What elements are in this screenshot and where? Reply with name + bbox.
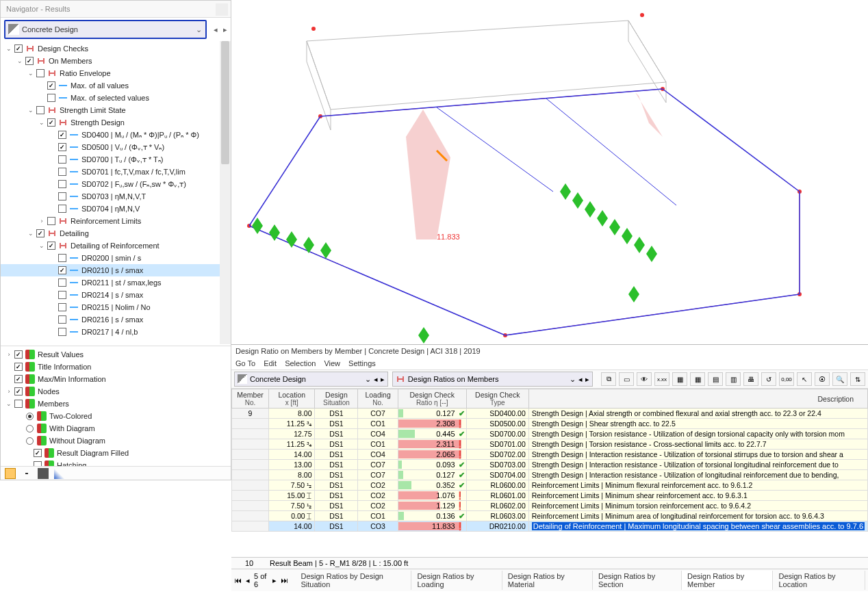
checkbox[interactable] (58, 303, 66, 311)
checkbox[interactable] (47, 217, 55, 225)
tree-node[interactable]: ⌄On Members (1, 55, 231, 67)
checkbox[interactable] (47, 81, 55, 90)
checkbox[interactable] (58, 315, 66, 324)
tree-scrollbar[interactable] (220, 41, 231, 344)
tool-icon-1[interactable] (5, 468, 16, 479)
tab-5[interactable]: Design Ratios by Location (773, 571, 865, 590)
col-ratio[interactable]: Design CheckRatio η [--] (398, 389, 466, 409)
tree-node[interactable]: Max. of all values (1, 79, 231, 92)
pointer-icon[interactable]: ↖ (797, 372, 812, 386)
display-options-tree[interactable]: ›Result ValuesTitle InformationMax/Min I… (1, 346, 231, 466)
table-row[interactable]: 14.00DS1CO311.833❗DR0210.00Detailing of … (232, 521, 868, 532)
expand-icon[interactable]: ⌄ (38, 119, 46, 126)
checkbox[interactable] (58, 254, 66, 262)
label-icon[interactable]: x.xx (654, 372, 669, 386)
checkbox[interactable] (14, 44, 23, 53)
checkbox[interactable] (14, 400, 23, 408)
next-button[interactable]: ▸ (381, 375, 385, 384)
checkbox[interactable] (47, 94, 55, 102)
expand-icon[interactable]: ⌄ (16, 57, 24, 64)
checkbox[interactable] (58, 180, 66, 188)
nav-next-button[interactable]: ▸ (221, 25, 229, 34)
checkbox[interactable] (25, 57, 34, 65)
last-button[interactable]: ⏭ (281, 576, 288, 584)
option-node[interactable]: ›Result Values (1, 348, 231, 361)
table-row[interactable]: 14.00DS1CO42.065❗SD0702.00Strength Desig… (232, 450, 868, 460)
checkbox[interactable] (47, 118, 55, 127)
tree-node[interactable]: DR0200 | smin / s (1, 252, 231, 264)
option-node[interactable]: ⌄Members (1, 398, 231, 410)
option-node[interactable]: Title Information (1, 361, 231, 373)
checkbox[interactable] (14, 375, 23, 383)
tree-node[interactable]: SD0400 | Mᵤ / (Mₙ * Φ)|Pᵤ / (Pₙ * Φ) (1, 129, 231, 141)
checkbox[interactable] (58, 143, 66, 151)
tree-node[interactable]: DR0214 | s / smax (1, 289, 231, 301)
checkbox[interactable] (58, 291, 66, 299)
checkbox[interactable] (58, 205, 66, 213)
col-situation[interactable]: DesignSituation (315, 389, 358, 409)
next-button[interactable]: ▸ (272, 576, 277, 585)
checkbox[interactable] (58, 328, 66, 336)
menu-view[interactable]: View (324, 359, 340, 367)
curve-icon[interactable] (54, 468, 65, 479)
toolbar-category-dropdown[interactable]: Concrete Design ⌄ ◂ ▸ (234, 372, 388, 387)
menu-go-to[interactable]: Go To (235, 359, 255, 367)
table-row[interactable]: 7.50 ¹₂DS1CO20.352✔RL0600.00Reinforcemen… (232, 480, 868, 491)
tree-node[interactable]: DR0216 | s / smax (1, 313, 231, 326)
tree-node[interactable]: SD0702 | Fᵤ,sw / (Fₙ,sw * Φᵥ,ᴛ) (1, 178, 231, 190)
camera-icon[interactable] (38, 468, 49, 479)
table-row[interactable]: 13.00DS1CO70.093✔SD0703.00Strength Desig… (232, 460, 868, 470)
menu-settings[interactable]: Settings (348, 359, 376, 367)
toolbar-view-dropdown[interactable]: Design Ratios on Members ⌄ ◂ ▸ (392, 372, 593, 387)
menu-edit[interactable]: Edit (264, 359, 277, 367)
table-row[interactable]: 98.00DS1CO70.127✔SD0400.00Strength Desig… (232, 409, 868, 419)
tree-node[interactable]: ⌄Strength Limit State (1, 104, 231, 116)
next-button[interactable]: ▸ (585, 375, 589, 384)
navigator-close-button[interactable] (216, 3, 228, 16)
radio[interactable] (26, 413, 34, 420)
option-node[interactable]: Without Diagram (1, 435, 231, 447)
checkbox[interactable] (36, 69, 44, 77)
checkbox[interactable] (58, 278, 66, 287)
radio[interactable] (26, 437, 34, 445)
reset-icon[interactable]: ↺ (761, 372, 776, 386)
expand-icon[interactable]: › (38, 218, 46, 224)
table-row[interactable]: 7.50 ¹₂DS1CO21.129❗RL0602.00Reinforcemen… (232, 501, 868, 511)
checkbox[interactable] (34, 461, 42, 466)
tree-node[interactable]: Max. of selected values (1, 92, 231, 104)
checkbox[interactable] (58, 155, 66, 164)
search-icon[interactable]: 🔍 (832, 372, 847, 386)
tab-3[interactable]: Design Ratios by Section (593, 571, 682, 590)
checkbox[interactable] (58, 168, 66, 176)
expand-icon[interactable]: ⌄ (5, 400, 13, 407)
tree-node[interactable]: DR0210 | s / smax (1, 264, 231, 276)
model-viewport[interactable]: 11.833 (231, 0, 868, 344)
print-icon[interactable]: 🖶 (743, 372, 758, 386)
table-row[interactable]: 8.00DS1CO70.127✔SD0704.00Strength Design… (232, 470, 868, 480)
tree-node[interactable]: DR0217 | 4 / nl,b (1, 326, 231, 338)
tree-node[interactable]: SD0701 | fc,T,V,max / fc,T,V,lim (1, 166, 231, 178)
checkbox[interactable] (58, 192, 66, 200)
option-node[interactable]: Hatching (1, 459, 231, 466)
col-type[interactable]: Design CheckType (466, 389, 528, 409)
expand-icon[interactable]: ⌄ (5, 45, 13, 52)
expand-icon[interactable]: ⌄ (38, 242, 46, 249)
nav-prev-button[interactable]: ◂ (212, 25, 220, 34)
tab-0[interactable]: Design Ratios by Design Situation (295, 571, 411, 590)
table-row[interactable]: 0.00 ⌶DS1CO10.136✔RL0603.00Reinforcement… (232, 511, 868, 521)
checkbox[interactable] (14, 350, 23, 359)
col-description[interactable]: Description (528, 389, 867, 409)
decimals-icon[interactable]: 0,00 (779, 372, 794, 386)
checkbox[interactable] (34, 449, 42, 457)
tree-node[interactable]: SD0700 | Tᵤ / (Φᵥ,ᴛ * Tₙ) (1, 153, 231, 166)
tab-1[interactable]: Design Ratios by Loading (411, 571, 502, 590)
expand-icon[interactable]: › (5, 351, 13, 358)
table2-icon[interactable]: ▦ (690, 372, 705, 386)
expand-icon[interactable]: ⌄ (27, 107, 35, 114)
col-loading[interactable]: LoadingNo. (358, 389, 398, 409)
export-icon[interactable]: ▥ (726, 372, 741, 386)
tree-node[interactable]: ⌄Ratio Envelope (1, 67, 231, 79)
tree-node[interactable]: ⌄Detailing of Reinforcement (1, 239, 231, 252)
checkbox[interactable] (14, 363, 23, 371)
expand-icon[interactable]: ⌄ (27, 70, 35, 77)
